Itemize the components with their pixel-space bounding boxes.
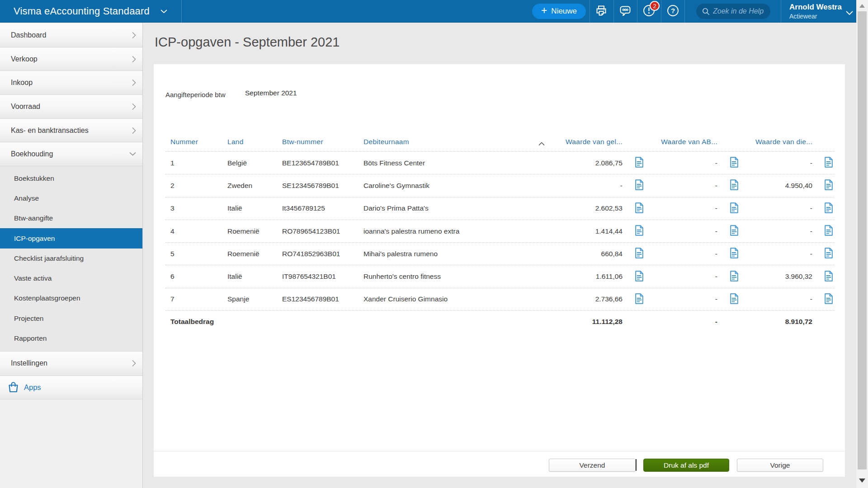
plus-icon: + [541, 5, 547, 17]
sidebar-item-boekhouding[interactable]: Boekhouding [0, 142, 142, 166]
sidebar-subitem-kostenplaatsgroepen[interactable]: Kostenplaatsgroepen [0, 288, 142, 308]
sidebar-subitem-boekstukken[interactable]: Boekstukken [0, 169, 142, 188]
text-cursor [636, 459, 637, 471]
table-row[interactable]: 1 België BE123654789B01 Böts Fitness Cen… [165, 152, 835, 174]
column-header-nummer[interactable]: Nummer [165, 136, 222, 151]
vorige-button[interactable]: Vorige [737, 459, 823, 472]
table-row[interactable]: 3 Italië It3456789125 Dario's Prima Patt… [165, 197, 835, 220]
app-root: Visma eAccounting Standaard + Nieuwe [0, 0, 868, 488]
chevron-right-icon [132, 127, 136, 134]
verzend-button[interactable]: Verzend [549, 459, 636, 472]
scrollbar-thumb[interactable] [858, 11, 867, 469]
period-label: Aangifteperiode btw [165, 91, 226, 99]
table-row[interactable]: 2 Zweden SE123456789B01 Caroline's Gymna… [165, 174, 835, 197]
sidebar-subitem-projecten[interactable]: Projecten [0, 308, 142, 328]
icp-table: Nummer Land Btw-nummer Debiteurnaam Waar… [165, 136, 835, 333]
document-button[interactable] [730, 225, 739, 237]
notification-badge: 2 [650, 1, 660, 11]
document-icon [730, 202, 739, 215]
document-icon [824, 271, 833, 283]
search-icon [702, 8, 710, 15]
table-header-row: Nummer Land Btw-nummer Debiteurnaam Waar… [165, 136, 835, 152]
column-header-btw-nummer[interactable]: Btw-nummer [277, 136, 359, 151]
user-menu[interactable]: Arnold Westra Actiewear [781, 0, 856, 23]
document-button[interactable] [824, 179, 833, 192]
help-icon: ? [666, 4, 679, 19]
shopping-bag-icon [8, 381, 19, 393]
table-row[interactable]: 7 Spanje ES123456789B01 Xander Cruiserio… [165, 288, 835, 311]
help-button[interactable]: ? [661, 0, 684, 23]
sort-ascending-icon [538, 140, 545, 148]
document-button[interactable] [635, 179, 644, 192]
document-button[interactable] [730, 248, 739, 260]
scroll-up-arrow-icon[interactable] [859, 4, 865, 8]
table-row[interactable]: 4 Roemenië RO789654123B01 ioanna's pales… [165, 220, 835, 243]
document-button[interactable] [824, 248, 833, 260]
document-button[interactable] [635, 225, 644, 237]
document-icon [635, 202, 644, 215]
document-icon [635, 179, 644, 192]
chevron-right-icon [132, 360, 136, 367]
svg-text:?: ? [670, 7, 675, 14]
sidebar-subitem-checklist-jaarafsluiting[interactable]: Checklist jaarafsluiting [0, 249, 142, 268]
sidebar-item-instellingen[interactable]: Instellingen [0, 352, 142, 376]
document-button[interactable] [635, 248, 644, 260]
printer-icon [595, 5, 608, 19]
column-header-waarde-2[interactable]: Waarde van AB... [653, 136, 721, 151]
document-button[interactable] [824, 293, 833, 305]
chevron-right-icon [132, 32, 136, 38]
total-waarde-1: 11.112,28 [547, 318, 626, 326]
app-title: Visma eAccounting Standaard [14, 5, 150, 17]
document-button[interactable] [635, 293, 644, 305]
document-button[interactable] [730, 293, 739, 305]
total-waarde-2: - [653, 318, 721, 326]
sidebar-item-voorraad[interactable]: Voorraad [0, 95, 142, 119]
column-header-land[interactable]: Land [222, 136, 277, 151]
chat-button[interactable] [613, 0, 637, 23]
sidebar-subitem-vaste-activa[interactable]: Vaste activa [0, 268, 142, 288]
document-button[interactable] [824, 157, 833, 169]
sidebar-subitem-btw-aangifte[interactable]: Btw-aangifte [0, 208, 142, 228]
document-button[interactable] [730, 157, 739, 169]
document-button[interactable] [730, 179, 739, 192]
table-total-row: Totaalbedrag 11.112,28 - 8.910,72 [165, 311, 835, 333]
column-header-waarde-3[interactable]: Waarde van die... [748, 136, 816, 151]
document-button[interactable] [635, 202, 644, 215]
document-button[interactable] [824, 271, 833, 283]
table-row[interactable]: 6 Italië IT987654321B01 Runherto's centr… [165, 265, 835, 288]
document-button[interactable] [824, 225, 833, 237]
table-row[interactable]: 5 Roemenië RO741852963B01 Mihai's palest… [165, 243, 835, 265]
column-header-debiteurnaam[interactable]: Debiteurnaam [359, 136, 547, 151]
search-input[interactable] [713, 7, 767, 15]
new-button[interactable]: + Nieuwe [532, 4, 586, 19]
document-button[interactable] [635, 157, 644, 169]
document-icon [824, 202, 833, 215]
total-waarde-3: 8.910,72 [748, 318, 816, 326]
user-company: Actiewear [789, 13, 817, 20]
document-button[interactable] [635, 271, 644, 283]
document-button[interactable] [730, 271, 739, 283]
print-pdf-button[interactable]: Druk af als pdf [643, 459, 729, 472]
column-header-waarde-1[interactable]: Waarde van gel... [547, 136, 626, 151]
document-button[interactable] [824, 202, 833, 215]
sidebar-subitem-rapporten[interactable]: Rapporten [0, 328, 142, 348]
document-icon [824, 179, 833, 192]
document-icon [824, 248, 833, 260]
app-switcher[interactable]: Visma eAccounting Standaard [0, 0, 182, 23]
sidebar-subitem-icp-opgaven[interactable]: ICP-opgaven [0, 228, 142, 248]
sidebar-item-kas-en-banktransacties[interactable]: Kas- en banktransacties [0, 119, 142, 143]
divider [684, 0, 685, 23]
chevron-right-icon [132, 56, 136, 62]
document-button[interactable] [730, 202, 739, 215]
sidebar-subitem-analyse[interactable]: Analyse [0, 188, 142, 208]
chevron-down-icon [160, 9, 167, 14]
sidebar-item-verkoop[interactable]: Verkoop [0, 47, 142, 71]
scrollbar[interactable] [856, 0, 868, 488]
sidebar-item-apps[interactable]: Apps [0, 376, 142, 399]
card-footer: Verzend Druk af als pdf Vorige [154, 451, 845, 477]
document-icon [635, 225, 644, 237]
print-button[interactable] [590, 0, 613, 23]
sidebar-item-dashboard[interactable]: Dashboard [0, 23, 142, 47]
sidebar-item-inkoop[interactable]: Inkoop [0, 71, 142, 95]
scroll-down-arrow-icon[interactable] [859, 479, 865, 483]
